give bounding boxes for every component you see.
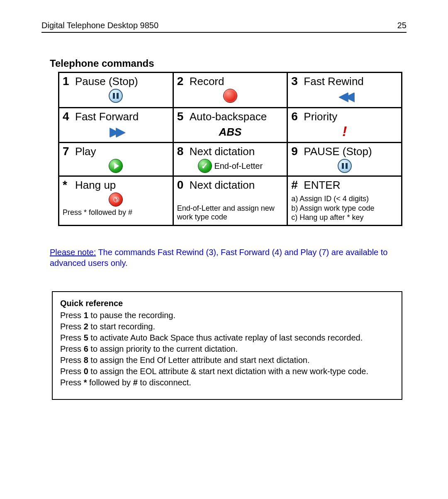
next-dictation-0-note: End-of-Letter and assign new work type c… [177, 204, 284, 222]
enter-note-c: c) Hang up after * key [291, 213, 398, 222]
quickref-line-5: Press 8 to assign the End Of Letter attr… [60, 355, 394, 366]
quickref-line-2: Press 2 to start recording. [60, 321, 394, 332]
section-title: Telephone commands [50, 58, 407, 69]
cell-9: 9PAUSE (Stop) [287, 143, 402, 176]
label-auto-backspace: Auto-backspace [190, 110, 267, 123]
label-pause: Pause (Stop) [75, 75, 138, 88]
note-lead: Please note: [50, 248, 96, 257]
label-record: Record [190, 75, 224, 88]
cell-2: 2Record [173, 73, 287, 108]
key-7: 7 [63, 145, 71, 158]
key-8: 8 [177, 145, 185, 158]
cell-hash: #ENTER a) Assign ID (< 4 digits) b) Assi… [287, 176, 402, 226]
priority-icon: ! [291, 123, 398, 139]
quickref-line-6: Press 0 to assign the EOL attribute & st… [60, 366, 394, 377]
cell-4: 4Fast Forward ▶▶ [59, 108, 173, 143]
pause-icon [109, 89, 123, 103]
advanced-note: Please note: The commands Fast Rewind (3… [50, 247, 402, 268]
key-hash: # [291, 178, 299, 192]
quickref-line-7: Press * followed by # to disconnect. [60, 377, 394, 388]
page-number: 25 [397, 21, 407, 30]
page-header: Digital Telephone Desktop 9850 25 [41, 21, 407, 33]
end-of-letter-icon: ✓ [198, 159, 212, 173]
play-icon [109, 159, 123, 173]
hangup-icon: ✆ [109, 192, 123, 207]
note-body: The commands Fast Rewind (3), Fast Forwa… [50, 248, 387, 268]
abs-label: ABS [177, 126, 284, 139]
enter-note-b: b) Assign work type code [291, 204, 398, 213]
label-fast-forward: Fast Forward [75, 110, 139, 123]
key-3: 3 [291, 75, 299, 88]
key-4: 4 [63, 110, 71, 123]
quickref-title: Quick reference [60, 298, 394, 309]
end-of-letter-label: End-of-Letter [214, 161, 263, 170]
label-next-dictation-8: Next dictation [190, 145, 255, 158]
quickref-line-4: Press 6 to assign priority to the curren… [60, 343, 394, 355]
cell-3: 3Fast Rewind ◀◀ [287, 73, 402, 108]
quickref-line-3: Press 5 to activate Auto Back Space thus… [60, 332, 394, 343]
key-2: 2 [177, 75, 185, 88]
label-enter: ENTER [304, 179, 340, 192]
quickref-line-1: Press 1 to pause the recording. [60, 310, 394, 321]
label-next-dictation-0: Next dictation [190, 179, 255, 192]
label-fast-rewind: Fast Rewind [304, 75, 364, 88]
label-hang-up: Hang up [75, 179, 116, 192]
cell-0: 0Next dictation End-of-Letter and assign… [173, 176, 287, 226]
forward-icon: ▶▶ [110, 124, 122, 138]
quick-reference-box: Quick reference Press 1 to pause the rec… [52, 291, 402, 400]
key-5: 5 [177, 110, 185, 123]
cell-6: 6Priority ! [287, 108, 402, 143]
key-9: 9 [291, 145, 299, 158]
cell-7: 7Play [59, 143, 173, 176]
record-icon [223, 89, 237, 103]
cell-star: *Hang up ✆ Press * followed by # [59, 176, 173, 226]
key-1: 1 [63, 75, 71, 88]
rewind-icon: ◀◀ [338, 89, 351, 103]
key-6: 6 [291, 110, 299, 123]
label-priority: Priority [304, 110, 337, 123]
enter-note-a: a) Assign ID (< 4 digits) [291, 194, 398, 204]
cell-8: 8Next dictation ✓ End-of-Letter [173, 143, 287, 176]
label-pause-9: PAUSE (Stop) [304, 145, 372, 158]
key-star: * [63, 178, 71, 192]
cell-5: 5Auto-backspace ABS [173, 108, 287, 143]
label-play: Play [75, 145, 96, 158]
doc-title: Digital Telephone Desktop 9850 [41, 21, 158, 30]
key-0: 0 [177, 178, 185, 192]
hangup-note: Press * followed by # [63, 208, 169, 217]
commands-table: 1Pause (Stop) 2Record 3Fast Rewind ◀◀ 4F… [58, 72, 402, 226]
cell-1: 1Pause (Stop) [59, 73, 173, 108]
pause-icon-9 [338, 159, 352, 173]
